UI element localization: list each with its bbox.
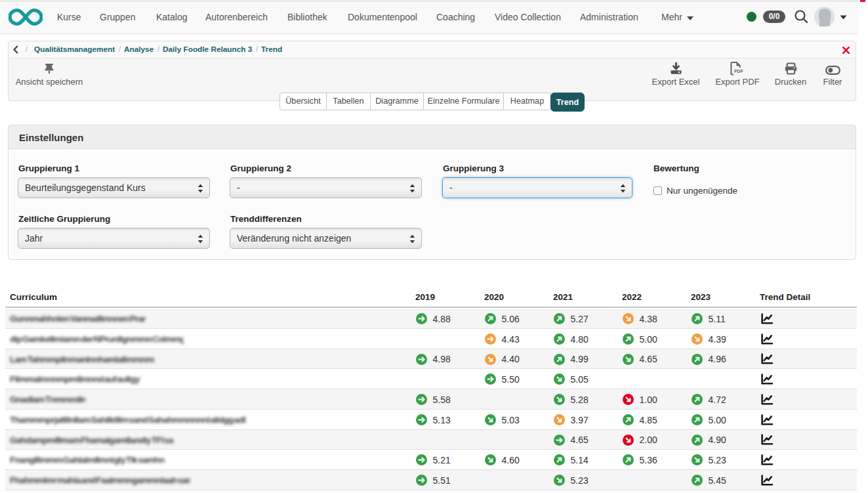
svg-text:PDF: PDF — [734, 69, 743, 74]
